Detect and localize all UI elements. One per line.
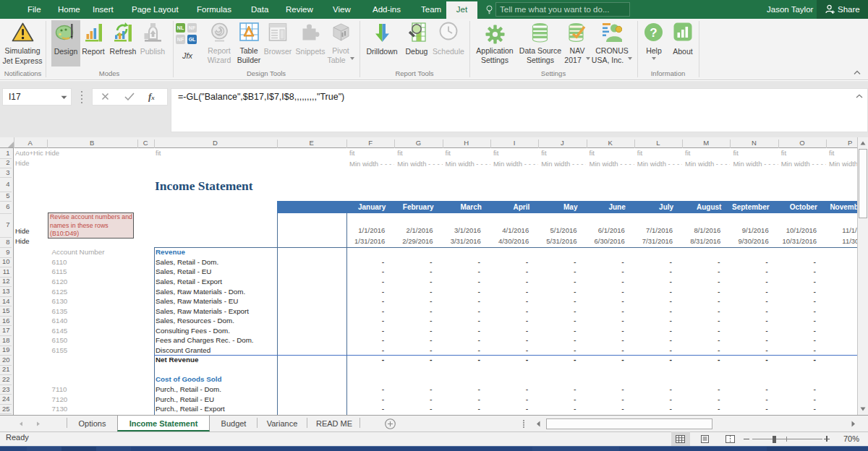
svg-text:?: ? xyxy=(650,26,657,40)
